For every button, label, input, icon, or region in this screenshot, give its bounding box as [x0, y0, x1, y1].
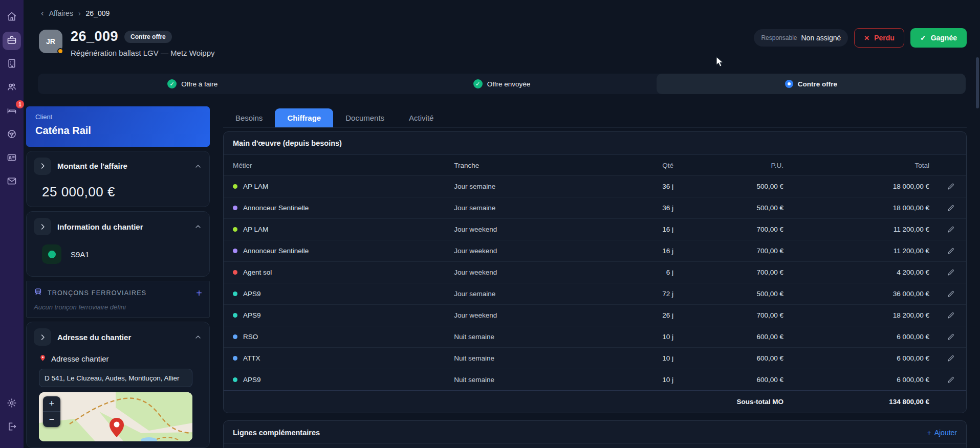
rail-sections-empty-text: Aucun tronçon ferroviaire défini — [34, 303, 202, 311]
client-name: Caténa Rail — [35, 125, 201, 137]
sidebar-item-planning[interactable]: 1 — [3, 102, 21, 121]
total-value: 18 200,00 € — [783, 311, 929, 319]
qte-value: 36 j — [597, 204, 673, 212]
expand-address-button[interactable] — [34, 328, 51, 346]
total-value: 36 000,00 € — [783, 290, 929, 298]
steering-icon — [7, 129, 17, 141]
edit-row-button[interactable] — [945, 309, 957, 322]
total-value: 6 000,00 € — [783, 333, 929, 341]
sidebar-item-messages[interactable] — [3, 173, 21, 191]
edit-row-button[interactable] — [945, 266, 957, 279]
metier-value: Agent sol — [243, 268, 272, 276]
site-status-chip[interactable]: S9A1 — [42, 244, 202, 264]
client-panel: Client Caténa Rail Montant de l'affaire … — [26, 106, 210, 448]
tranche-value: Jour semaine — [454, 183, 597, 190]
edit-row-button[interactable] — [945, 202, 957, 214]
collapse-chevron-icon[interactable] — [194, 222, 202, 231]
pu-value: 700,00 € — [673, 226, 783, 233]
metier-color-dot-icon — [233, 356, 237, 361]
rail-sections-title: TRONÇONS FERROVIAIRES — [48, 289, 191, 297]
total-value: 11 200,00 € — [783, 226, 929, 233]
tab-documents[interactable]: Documents — [333, 108, 397, 127]
avatar[interactable]: JR — [39, 30, 62, 53]
tranche-value: Jour weekend — [454, 268, 597, 276]
edit-row-button[interactable] — [945, 352, 957, 365]
pu-value: 500,00 € — [673, 290, 783, 298]
sidebar-item-pilotage[interactable] — [3, 126, 21, 144]
add-extra-line-button[interactable]: + Ajouter — [927, 429, 957, 437]
expand-site-info-button[interactable] — [34, 218, 51, 235]
won-button[interactable]: ✓ Gagnée — [910, 28, 967, 48]
tranche-value: Nuit semaine — [454, 376, 597, 384]
qte-value: 6 j — [597, 268, 673, 276]
sidebar-item-logout[interactable] — [3, 418, 21, 437]
qte-value: 10 j — [597, 354, 673, 362]
tab-activite[interactable]: Activité — [397, 108, 446, 127]
tab-besoins[interactable]: Besoins — [223, 108, 275, 127]
edit-row-button[interactable] — [945, 223, 957, 236]
table-row: AP LAM Jour semaine 36 j 500,00 € 18 000… — [224, 175, 966, 197]
header-actions: Responsable Non assigné ✕ Perdu ✓ Gagnée — [754, 28, 967, 48]
check-icon: ✓ — [920, 34, 926, 42]
home-icon — [7, 11, 17, 24]
metier-value: Annonceur Sentinelle — [243, 204, 309, 212]
step-done-check-icon: ✓ — [473, 79, 483, 88]
metier-value: APS9 — [243, 290, 261, 298]
pu-value: 600,00 € — [673, 333, 783, 341]
add-rail-section-button[interactable]: + — [196, 288, 202, 298]
sidebar-item-affaires[interactable] — [3, 32, 21, 50]
responsable-pill[interactable]: Responsable Non assigné — [754, 29, 848, 47]
metier-color-dot-icon — [233, 206, 237, 210]
step-contre-offre[interactable]: Contre offre — [657, 74, 966, 94]
edit-row-button[interactable] — [945, 181, 957, 193]
pu-value: 600,00 € — [673, 354, 783, 362]
map-zoom-out-button[interactable]: − — [43, 412, 60, 427]
breadcrumb-current: 26_009 — [86, 9, 110, 17]
collapse-chevron-icon[interactable] — [194, 162, 202, 170]
avatar-initials: JR — [46, 37, 55, 46]
edit-row-button[interactable] — [945, 331, 957, 343]
address-card: Adresse du chantier Adresse chantier — [26, 322, 210, 448]
address-card-title: Adresse du chantier — [57, 333, 188, 342]
breadcrumb: ‹ Affaires › 26_009 — [41, 8, 110, 18]
lost-button[interactable]: ✕ Perdu — [854, 28, 904, 48]
collapse-chevron-icon[interactable] — [194, 333, 202, 341]
edit-row-button[interactable] — [945, 245, 957, 257]
tranche-value: Nuit semaine — [454, 354, 597, 362]
step-label: Offre à faire — [181, 80, 217, 88]
step-offre-envoyee[interactable]: ✓ Offre envoyée — [347, 74, 656, 94]
sidebar-item-settings[interactable] — [3, 395, 21, 413]
sidebar-item-entreprises[interactable] — [3, 55, 21, 74]
map-widget[interactable]: + − — [39, 392, 192, 441]
address-input[interactable] — [39, 369, 192, 387]
edit-row-button[interactable] — [945, 288, 957, 300]
column-header-metier: Métier — [233, 162, 454, 169]
client-card[interactable]: Client Caténa Rail — [26, 106, 210, 147]
sidebar-item-home[interactable] — [3, 8, 21, 27]
sidebar-item-badges[interactable] — [3, 149, 21, 168]
column-header-total: Total — [783, 162, 929, 169]
pu-value: 700,00 € — [673, 311, 783, 319]
vertical-scrollbar[interactable] — [976, 57, 979, 108]
metier-color-dot-icon — [233, 249, 237, 253]
tranche-value: Jour weekend — [454, 311, 597, 319]
step-offre-a-faire[interactable]: ✓ Offre à faire — [38, 74, 347, 94]
column-header-pu: P.U. — [673, 162, 783, 169]
qte-value: 10 j — [597, 376, 673, 384]
tranche-value: Jour semaine — [454, 290, 597, 298]
column-header-tranche: Tranche — [454, 162, 597, 169]
rail-sections-panel: TRONÇONS FERROVIAIRES + Aucun tronçon fe… — [26, 281, 210, 318]
breadcrumb-parent[interactable]: Affaires — [49, 9, 73, 17]
sidebar: 1 — [0, 0, 24, 448]
settings-gear-icon — [7, 398, 17, 410]
tranche-value: Jour semaine — [454, 204, 597, 212]
expand-amount-button[interactable] — [34, 158, 51, 175]
back-chevron-icon[interactable]: ‹ — [41, 8, 44, 18]
map-zoom-in-button[interactable]: + — [43, 396, 60, 412]
pu-value: 600,00 € — [673, 376, 783, 384]
labor-table-title: Main d'œuvre (depuis besoins) — [224, 132, 966, 155]
edit-row-button[interactable] — [945, 374, 957, 386]
pu-value: 700,00 € — [673, 247, 783, 255]
sidebar-item-equipes[interactable] — [3, 79, 21, 97]
tab-chiffrage[interactable]: Chiffrage — [275, 108, 333, 127]
